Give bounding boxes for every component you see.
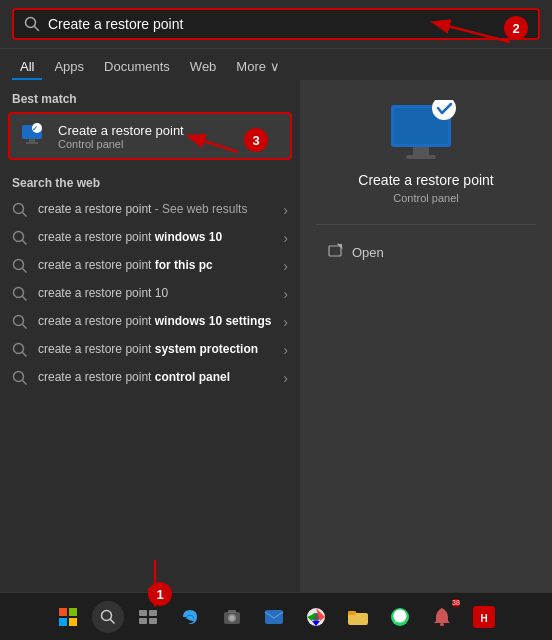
search-input[interactable] bbox=[48, 16, 528, 32]
web-result-text: create a restore point control panel bbox=[38, 370, 273, 386]
svg-rect-32 bbox=[149, 618, 157, 624]
search-icon bbox=[12, 370, 28, 386]
svg-rect-4 bbox=[26, 142, 38, 144]
svg-rect-41 bbox=[348, 611, 356, 615]
search-icon bbox=[12, 342, 28, 358]
web-result-text: create a restore point system protection bbox=[38, 342, 273, 358]
store-button[interactable] bbox=[214, 599, 250, 635]
svg-line-16 bbox=[23, 325, 27, 329]
svg-line-8 bbox=[23, 213, 27, 217]
best-match-title: Create a restore point bbox=[58, 123, 184, 138]
svg-line-20 bbox=[23, 381, 27, 385]
web-result-text: create a restore point windows 10 bbox=[38, 230, 273, 246]
svg-rect-36 bbox=[228, 610, 236, 613]
tab-more[interactable]: More ∨ bbox=[228, 55, 287, 80]
tab-all[interactable]: All bbox=[12, 55, 42, 80]
divider bbox=[316, 224, 536, 225]
huawei-icon: H bbox=[473, 606, 495, 628]
svg-rect-30 bbox=[149, 610, 157, 616]
chrome-icon bbox=[306, 607, 326, 627]
list-item[interactable]: create a restore point windows 10 › bbox=[0, 224, 300, 252]
detail-subtitle: Control panel bbox=[393, 192, 458, 204]
web-result-text: create a restore point for this pc bbox=[38, 258, 273, 274]
svg-rect-26 bbox=[329, 246, 341, 256]
best-match-subtitle: Control panel bbox=[58, 138, 184, 150]
search-icon bbox=[12, 230, 28, 246]
svg-line-28 bbox=[111, 619, 115, 623]
search-icon bbox=[12, 286, 28, 302]
chevron-right-icon: › bbox=[283, 230, 288, 246]
list-item[interactable]: create a restore point - See web results… bbox=[0, 196, 300, 224]
search-content: Best match ✓ Create a restore point Cont… bbox=[0, 80, 552, 592]
badge-3: 3 bbox=[244, 128, 268, 152]
search-input-area bbox=[0, 0, 552, 49]
chrome-button[interactable] bbox=[298, 599, 334, 635]
svg-line-10 bbox=[23, 241, 27, 245]
list-item[interactable]: create a restore point control panel › bbox=[0, 364, 300, 392]
chevron-right-icon: › bbox=[283, 202, 288, 218]
explorer-icon bbox=[347, 608, 369, 626]
badge-1: 1 bbox=[148, 582, 172, 606]
search-icon bbox=[12, 202, 28, 218]
explorer-button[interactable] bbox=[340, 599, 376, 635]
notification-icon bbox=[433, 607, 451, 627]
chevron-right-icon: › bbox=[283, 370, 288, 386]
svg-line-18 bbox=[23, 353, 27, 357]
left-panel: Best match ✓ Create a restore point Cont… bbox=[0, 80, 300, 592]
notification-button[interactable]: 38 bbox=[424, 599, 460, 635]
tab-documents[interactable]: Documents bbox=[96, 55, 178, 80]
svg-rect-24 bbox=[406, 155, 436, 159]
chevron-right-icon: › bbox=[283, 342, 288, 358]
list-item[interactable]: create a restore point 10 › bbox=[0, 280, 300, 308]
svg-text:✓: ✓ bbox=[32, 125, 38, 132]
web-result-text: create a restore point - See web results bbox=[38, 202, 273, 218]
chevron-right-icon: › bbox=[283, 286, 288, 302]
detail-title: Create a restore point bbox=[358, 172, 493, 188]
list-item[interactable]: create a restore point for this pc › bbox=[0, 252, 300, 280]
edge-button[interactable] bbox=[172, 599, 208, 635]
notification-count: 38 bbox=[452, 599, 460, 607]
open-button-label: Open bbox=[352, 245, 384, 260]
svg-rect-37 bbox=[265, 610, 283, 624]
whatsapp-icon bbox=[390, 607, 410, 627]
best-match-text: Create a restore point Control panel bbox=[58, 123, 184, 150]
search-tabs: All Apps Documents Web More ∨ bbox=[0, 49, 552, 80]
svg-rect-23 bbox=[413, 147, 429, 155]
system-tray-button[interactable]: H bbox=[466, 599, 502, 635]
list-item[interactable]: create a restore point windows 10 settin… bbox=[0, 308, 300, 336]
svg-rect-3 bbox=[29, 139, 35, 142]
search-web-section: Search the web create a restore point - … bbox=[0, 168, 300, 396]
mail-icon bbox=[264, 609, 284, 625]
svg-point-35 bbox=[230, 615, 235, 620]
whatsapp-button[interactable] bbox=[382, 599, 418, 635]
search-input-wrapper[interactable] bbox=[12, 8, 540, 40]
mail-button[interactable] bbox=[256, 599, 292, 635]
search-icon bbox=[12, 258, 28, 274]
svg-line-14 bbox=[23, 297, 27, 301]
open-icon bbox=[328, 243, 344, 262]
best-match-label: Best match bbox=[0, 88, 300, 112]
svg-rect-31 bbox=[139, 618, 147, 624]
chevron-right-icon: › bbox=[283, 258, 288, 274]
chevron-right-icon: › bbox=[283, 314, 288, 330]
search-web-label: Search the web bbox=[0, 172, 300, 196]
open-button[interactable]: Open bbox=[316, 237, 536, 268]
camera-icon bbox=[222, 607, 242, 627]
search-icon bbox=[12, 314, 28, 330]
web-result-text: create a restore point 10 bbox=[38, 286, 273, 302]
tab-web[interactable]: Web bbox=[182, 55, 225, 80]
search-icon bbox=[24, 16, 40, 32]
search-panel: All Apps Documents Web More ∨ Best match… bbox=[0, 0, 552, 592]
edge-icon bbox=[180, 607, 200, 627]
right-panel: Create a restore point Control panel Ope… bbox=[300, 80, 552, 592]
detail-app-icon bbox=[386, 100, 466, 160]
tab-apps[interactable]: Apps bbox=[46, 55, 92, 80]
windows-start-button[interactable] bbox=[50, 599, 86, 635]
taskbar-search-button[interactable] bbox=[92, 601, 124, 633]
svg-rect-43 bbox=[440, 623, 444, 626]
badge-2: 2 bbox=[504, 16, 528, 40]
list-item[interactable]: create a restore point system protection… bbox=[0, 336, 300, 364]
svg-line-12 bbox=[23, 269, 27, 273]
web-result-text: create a restore point windows 10 settin… bbox=[38, 314, 273, 330]
control-panel-icon: ✓ bbox=[20, 122, 48, 150]
